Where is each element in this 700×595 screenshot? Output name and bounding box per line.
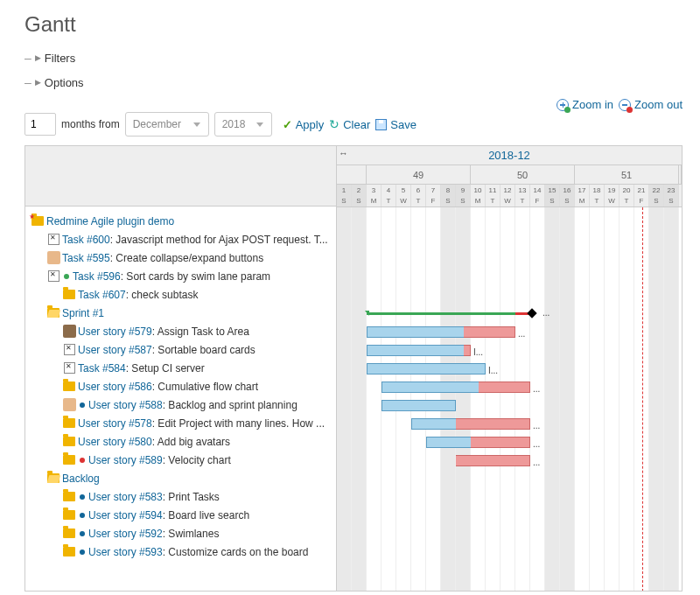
day-header: 19W xyxy=(605,185,620,206)
issue-link[interactable]: Task #584 xyxy=(78,362,126,374)
issue-link[interactable]: User story #593 xyxy=(88,546,163,558)
options-toggle[interactable]: – ▶ Options xyxy=(24,72,682,96)
issue-subject: : Swimlanes xyxy=(163,528,220,540)
day-header: 12W xyxy=(500,185,515,206)
issue-link[interactable]: Backlog xyxy=(62,472,100,485)
issue-link[interactable]: User story #587 xyxy=(78,344,152,356)
day-header: 11T xyxy=(486,185,500,206)
months-input[interactable] xyxy=(24,113,56,136)
issue-subject: : Cumulative flow chart xyxy=(152,381,258,393)
day-header: 7F xyxy=(426,185,441,206)
issue-subject: : Sort cards by swim lane param xyxy=(121,270,270,283)
task-icon xyxy=(62,361,76,375)
task-bar[interactable]: I... xyxy=(367,363,486,374)
day-header: 18T xyxy=(590,185,605,206)
issue-subject: : Velocity chart xyxy=(163,454,231,466)
bar-label: ... xyxy=(533,421,540,430)
gantt-row xyxy=(337,507,682,525)
issue-link[interactable]: User story #583 xyxy=(88,491,163,503)
task-bar[interactable]: I... xyxy=(367,345,471,356)
tree-row[interactable]: Task #596: Sort cards by swim lane param xyxy=(25,267,336,285)
issue-link[interactable]: Task #595 xyxy=(62,252,110,264)
issue-link[interactable]: User story #594 xyxy=(88,509,163,522)
issue-link[interactable]: Task #600 xyxy=(62,234,110,246)
issue-subject: : Print Tasks xyxy=(163,491,220,503)
gantt-row: I... xyxy=(337,341,682,360)
task-bar[interactable] xyxy=(382,400,456,411)
months-label: months from xyxy=(61,118,120,130)
day-header: 20T xyxy=(620,185,634,206)
task-icon xyxy=(46,233,60,247)
issue-link[interactable]: User story #589 xyxy=(88,454,163,466)
tree-row[interactable]: User story #592: Swimlanes xyxy=(25,524,336,542)
column-resize-handle[interactable]: ↔ xyxy=(339,148,348,158)
tree-row[interactable]: User story #589: Velocity chart xyxy=(25,451,336,469)
gantt-row: ... xyxy=(337,378,682,396)
task-bar[interactable]: ... xyxy=(382,382,530,393)
day-header: 14F xyxy=(530,185,545,206)
zoom-out-button[interactable]: Zoom out xyxy=(619,98,682,111)
tree-row[interactable]: User story #578: Edit Project with many … xyxy=(25,414,336,432)
calendar-month-header[interactable]: 2018-12 xyxy=(337,146,682,165)
zoom-in-button[interactable]: Zoom in xyxy=(556,98,613,111)
folder-icon xyxy=(62,508,76,522)
tree-row[interactable]: User story #579: Assign Task to Area xyxy=(25,322,336,340)
folder-icon xyxy=(62,545,76,559)
day-header: 23S xyxy=(664,185,679,206)
issue-link[interactable]: User story #580 xyxy=(78,436,152,448)
issue-link[interactable]: User story #578 xyxy=(78,417,152,430)
tree-row[interactable]: Sprint #1 xyxy=(25,304,336,322)
issue-link[interactable]: User story #579 xyxy=(78,326,152,338)
month-select[interactable]: December xyxy=(125,112,209,136)
folder-icon xyxy=(62,380,76,394)
tree-row[interactable]: Backlog xyxy=(25,469,336,487)
issue-link[interactable]: User story #592 xyxy=(88,528,163,540)
clear-button[interactable]: ↻ Clear xyxy=(329,117,370,131)
tree-row[interactable]: User story #580: Add big avatars xyxy=(25,432,336,451)
task-bar[interactable]: ... xyxy=(411,418,530,430)
tree-row[interactable]: User story #583: Print Tasks xyxy=(25,487,336,506)
tree-row[interactable]: Task #600: Javascript method for Ajax PO… xyxy=(25,230,336,248)
task-bar[interactable]: ... xyxy=(367,326,515,338)
issue-subject: : Sortable board cards xyxy=(152,344,256,356)
day-header: 3M xyxy=(367,185,382,206)
bar-label: I... xyxy=(488,366,498,375)
issue-subject: : Assign Task to Area xyxy=(152,326,249,338)
day-header: 17M xyxy=(575,185,590,206)
issue-subject: : Backlog and sprint planning xyxy=(163,399,298,411)
page-title: Gantt xyxy=(24,12,682,37)
issue-link[interactable]: Sprint #1 xyxy=(62,307,104,319)
week-header: 51 xyxy=(575,165,679,184)
task-bar[interactable]: ... xyxy=(426,437,530,448)
tree-row[interactable]: User story #588: Backlog and sprint plan… xyxy=(25,396,336,414)
issue-subject: : Javascript method for Ajax POST reques… xyxy=(110,234,328,246)
day-header: 10M xyxy=(471,185,486,206)
filters-toggle[interactable]: – ▶ Filters xyxy=(24,47,682,72)
tree-row[interactable]: User story #593: Customize cards on the … xyxy=(25,542,336,561)
gantt-row: ... xyxy=(337,415,682,433)
gantt-chart: Redmine Agile plugin demoTask #600: Java… xyxy=(24,145,682,592)
tree-row[interactable]: User story #594: Board live search xyxy=(25,506,336,524)
issue-link[interactable]: Task #607 xyxy=(78,289,126,301)
tree-row[interactable]: Task #584: Setup CI server xyxy=(25,359,336,377)
day-header: 2S xyxy=(352,185,367,206)
issue-link[interactable]: User story #586 xyxy=(78,381,152,393)
tree-row[interactable]: User story #586: Cumulative flow chart xyxy=(25,377,336,396)
issue-link[interactable]: Redmine Agile plugin demo xyxy=(46,215,174,228)
save-button[interactable]: Save xyxy=(375,118,416,131)
tree-row[interactable]: Task #607: check subtask xyxy=(25,285,336,304)
issue-subject: : Customize cards on the board xyxy=(163,546,309,558)
version-bar[interactable] xyxy=(367,312,530,315)
tree-row[interactable]: User story #587: Sortable board cards xyxy=(25,340,336,359)
issue-subject: : check subtask xyxy=(126,289,199,301)
tree-row[interactable]: Task #595: Create collapse/expand button… xyxy=(25,248,336,267)
issue-link[interactable]: Task #596 xyxy=(73,270,121,283)
task-bar[interactable]: ... xyxy=(456,455,530,466)
avatar-icon xyxy=(62,398,76,412)
tree-row[interactable]: Redmine Agile plugin demo xyxy=(25,212,336,230)
apply-button[interactable]: ✓ Apply xyxy=(283,118,325,131)
issue-link[interactable]: User story #588 xyxy=(88,399,163,411)
year-select[interactable]: 2018 xyxy=(214,112,272,136)
folder-icon xyxy=(62,453,76,467)
project-icon xyxy=(31,214,45,228)
